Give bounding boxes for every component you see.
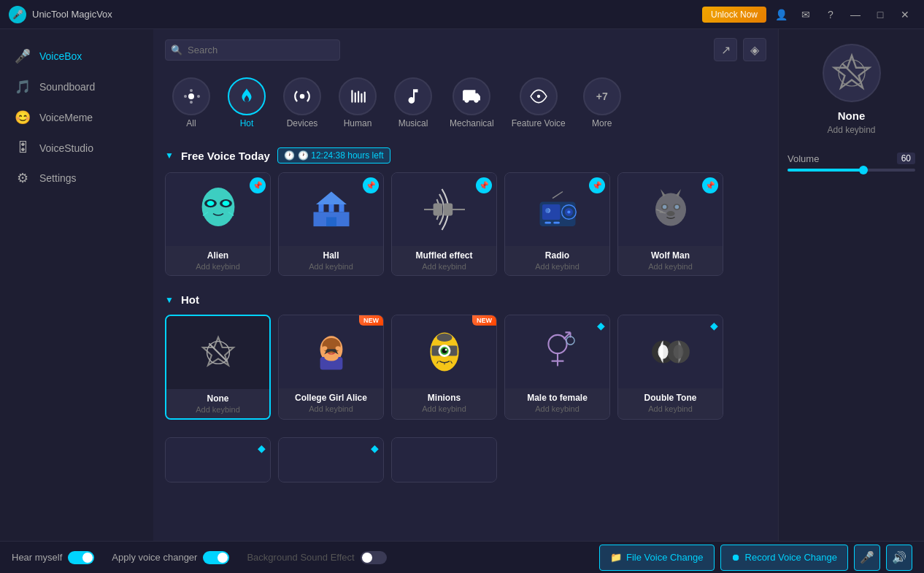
male-female-name: Male to female: [511, 393, 604, 403]
sidebar-item-settings[interactable]: ⚙ Settings: [0, 163, 153, 193]
hall-image: 📌: [279, 173, 383, 246]
speaker-icon-btn[interactable]: 🔊: [886, 545, 912, 571]
voice-card-none[interactable]: None Add keybind: [165, 315, 271, 420]
hot-section-toggle[interactable]: ▼: [165, 295, 174, 305]
male-female-keybind[interactable]: Add keybind: [511, 404, 604, 413]
free-section-toggle[interactable]: ▼: [165, 150, 174, 161]
voice-content: ▼ Free Voice Today 🕐 🕐 12:24:38 hours le…: [153, 139, 778, 541]
search-bar: 🔍 ↗ ◈: [153, 29, 778, 67]
none-keybind[interactable]: Add keybind: [172, 405, 263, 414]
maximize-button[interactable]: □: [870, 6, 890, 23]
svg-rect-52: [326, 350, 336, 352]
settings-icon: ⚙: [15, 170, 31, 186]
svg-point-29: [567, 211, 570, 214]
cube-icon-btn[interactable]: ◈: [743, 38, 766, 61]
college-girl-new-badge: NEW: [359, 315, 383, 326]
svg-point-74: [658, 345, 668, 360]
add-keybind-button[interactable]: Add keybind: [827, 125, 875, 135]
voice-card-double-tone[interactable]: ◆ Double Tone Add keybind: [617, 315, 723, 420]
wolfman-keybind[interactable]: Add keybind: [624, 262, 717, 271]
volume-slider[interactable]: [788, 169, 915, 172]
voice-card-extra1[interactable]: ◆: [165, 437, 271, 482]
category-hot-label: Hot: [240, 118, 254, 128]
hear-myself-toggle[interactable]: [68, 551, 94, 564]
apply-changer-toggle[interactable]: [203, 551, 229, 564]
free-voice-grid: 📌 Alien Add keybind: [165, 172, 766, 276]
category-musical[interactable]: Musical: [387, 73, 439, 133]
voice-card-alien[interactable]: 📌 Alien Add keybind: [165, 172, 271, 276]
muffled-pin-icon[interactable]: 📌: [476, 177, 492, 193]
minions-image: NEW: [392, 315, 496, 388]
user-icon-btn[interactable]: 👤: [771, 6, 791, 23]
category-feature[interactable]: Feature Voice: [504, 73, 573, 133]
hall-keybind[interactable]: Add keybind: [285, 262, 377, 271]
voice-card-hall[interactable]: 📌 Hall Add keybind: [278, 172, 384, 276]
sidebar: 🎤 VoiceBox 🎵 Soundboard 😊 VoiceMeme 🎛 Vo…: [0, 29, 153, 541]
category-mechanical-icon: [453, 77, 490, 115]
file-voice-change-button[interactable]: 📁 File Voice Change: [599, 545, 715, 571]
voice-card-minions[interactable]: NEW Minions Add keybind: [391, 315, 497, 420]
svg-point-8: [201, 188, 234, 226]
bg-sound-label: Background Sound Effect: [247, 552, 354, 563]
hot-section-header: ▼ Hot: [165, 293, 766, 306]
category-more[interactable]: +7 More: [576, 73, 628, 133]
sidebar-item-voicebox[interactable]: 🎤 VoiceBox: [0, 41, 153, 72]
minimize-button[interactable]: —: [845, 6, 866, 23]
voice-card-extra2[interactable]: ◆: [278, 437, 384, 482]
close-button[interactable]: ✕: [895, 6, 915, 23]
hear-myself-group: Hear myself: [12, 551, 94, 564]
category-devices[interactable]: Devices: [276, 73, 328, 133]
category-human[interactable]: Human: [331, 73, 384, 133]
hot-section-title: Hot: [181, 293, 199, 306]
bg-sound-toggle[interactable]: [361, 551, 387, 564]
mail-icon-btn[interactable]: ✉: [796, 6, 816, 23]
svg-rect-26: [542, 204, 561, 220]
voice-card-male-female[interactable]: ◆ Male to female Add keybind: [504, 315, 610, 420]
export-icon-btn[interactable]: ↗: [714, 38, 737, 61]
alien-keybind[interactable]: Add keybind: [172, 262, 264, 271]
more-voice-grid: ◆ ◆: [165, 437, 766, 482]
radio-pin-icon[interactable]: 📌: [589, 177, 605, 193]
voice-card-muffled[interactable]: 📌 Muffled effect Add keybind: [391, 172, 497, 276]
svg-rect-4: [358, 91, 359, 102]
male-female-footer: Male to female Add keybind: [505, 388, 609, 418]
svg-point-0: [188, 93, 194, 99]
muffled-keybind[interactable]: Add keybind: [398, 262, 490, 271]
category-mechanical[interactable]: Mechanical: [442, 73, 501, 133]
title-bar-left: 🎤 UnicTool MagicVox: [9, 6, 112, 23]
alien-name: Alien: [172, 250, 264, 261]
alien-pin-icon[interactable]: 📌: [250, 177, 266, 193]
category-bar: All Hot Devices: [153, 67, 778, 139]
voice-card-college-girl[interactable]: NEW College Girl Alice Add keybind: [278, 315, 384, 420]
app-icon: 🎤: [9, 6, 26, 23]
svg-point-60: [444, 349, 447, 351]
double-tone-keybind[interactable]: Add keybind: [624, 404, 717, 413]
help-icon-btn[interactable]: ?: [820, 6, 841, 23]
category-feature-icon: [520, 77, 558, 115]
category-hot[interactable]: Hot: [220, 73, 273, 133]
search-input[interactable]: [165, 39, 340, 61]
svg-point-39: [662, 205, 666, 209]
wolfman-pin-icon[interactable]: 📌: [702, 177, 718, 193]
selected-voice-name: None: [838, 109, 866, 122]
soundboard-icon: 🎵: [15, 79, 31, 95]
college-girl-keybind[interactable]: Add keybind: [285, 404, 377, 413]
hall-pin-icon[interactable]: 📌: [363, 177, 379, 193]
sidebar-item-soundboard[interactable]: 🎵 Soundboard: [0, 72, 153, 102]
voice-card-radio[interactable]: 📌 Radio Add keybind: [504, 172, 610, 276]
sidebar-item-voicememe[interactable]: 😊 VoiceMeme: [0, 102, 153, 133]
sidebar-item-voicestudio[interactable]: 🎛 VoiceStudio: [0, 133, 153, 163]
unlock-button[interactable]: Unlock Now: [702, 7, 766, 23]
minions-keybind[interactable]: Add keybind: [398, 404, 490, 413]
category-all[interactable]: All: [165, 73, 217, 133]
svg-rect-2: [351, 90, 353, 102]
mic-icon-btn[interactable]: 🎤: [854, 545, 880, 571]
record-voice-change-button[interactable]: ⏺ Record Voice Change: [720, 545, 848, 571]
search-icon: 🔍: [171, 45, 182, 55]
none-footer: None Add keybind: [166, 389, 269, 418]
muffled-name: Muffled effect: [398, 250, 490, 261]
voice-card-wolfman[interactable]: 📌 Wolf Man Add keybind: [617, 172, 723, 276]
radio-keybind[interactable]: Add keybind: [511, 262, 604, 271]
sidebar-label-voicememe: VoiceMeme: [39, 112, 93, 123]
voice-card-extra3[interactable]: [391, 437, 497, 482]
